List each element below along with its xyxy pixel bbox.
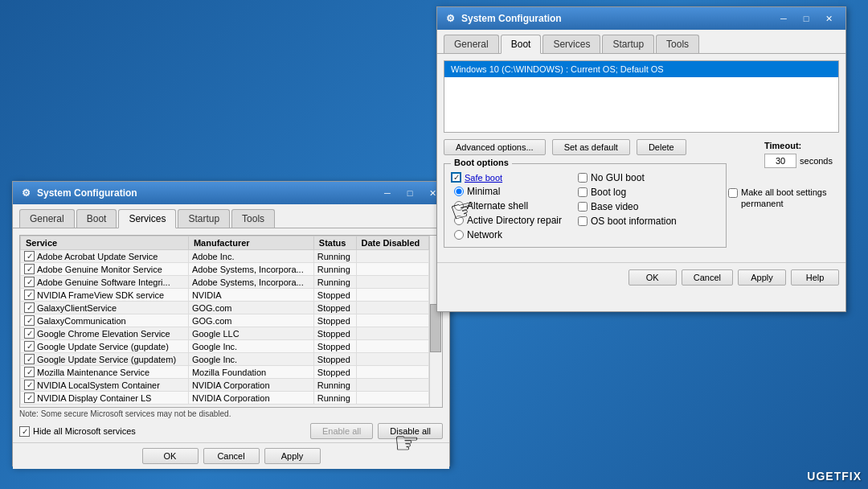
- no-gui-checkbox[interactable]: [578, 173, 588, 183]
- tab-boot-2[interactable]: Boot: [501, 35, 542, 54]
- tab-boot-1[interactable]: Boot: [76, 209, 117, 228]
- make-permanent-checkbox[interactable]: [728, 188, 738, 198]
- os-boot-info-option[interactable]: OS boot information: [578, 216, 677, 227]
- boot-list[interactable]: Windows 10 (C:\WINDOWS) : Current OS; De…: [444, 60, 839, 133]
- status-cell: Stopped: [313, 327, 356, 340]
- service-name-cell: ✓GalaxyCommunication: [21, 314, 189, 327]
- titlebar-title: System Configuration: [37, 187, 137, 199]
- ad-repair-radio[interactable]: [454, 216, 464, 225]
- status-cell: Stopped: [313, 366, 356, 379]
- ok-button-1[interactable]: OK: [142, 448, 199, 464]
- maximize-button[interactable]: □: [399, 185, 420, 201]
- titlebar-icon-2: ⚙: [444, 12, 457, 25]
- cancel-button-2[interactable]: Cancel: [682, 269, 733, 286]
- maximize-button-2[interactable]: □: [796, 10, 817, 27]
- enable-all-button[interactable]: Enable all: [310, 423, 373, 439]
- window1-bottom-buttons: OK Cancel Apply: [13, 442, 449, 469]
- disable-all-button[interactable]: Disable all: [378, 423, 443, 439]
- advanced-options-button[interactable]: Advanced options...: [444, 139, 546, 155]
- ok-button-2[interactable]: OK: [628, 269, 677, 286]
- tab-startup-1[interactable]: Startup: [178, 209, 230, 228]
- cancel-button-1[interactable]: Cancel: [203, 448, 260, 464]
- make-permanent-section: Make all boot settings permanent: [728, 187, 833, 210]
- tab-tools-1[interactable]: Tools: [231, 209, 275, 228]
- date-cell: [356, 379, 428, 392]
- table-row[interactable]: ✓Google Update Service (gupdate)Google I…: [21, 340, 429, 353]
- window2-dialog-buttons: OK Cancel Apply Help: [437, 262, 845, 292]
- status-cell: Stopped: [313, 289, 356, 302]
- table-row[interactable]: ✓Mozilla Maintenance ServiceMozilla Foun…: [21, 366, 429, 379]
- ad-repair-option[interactable]: Active Directory repair: [451, 215, 562, 226]
- alternate-shell-label: Alternate shell: [467, 200, 528, 212]
- table-row[interactable]: ✓NVIDIA Display Container LSNVIDIA Corpo…: [21, 392, 429, 405]
- timeout-input[interactable]: [764, 154, 796, 168]
- boot-log-label: Boot log: [591, 187, 626, 198]
- safe-boot-checkbox[interactable]: ✓: [451, 172, 461, 183]
- titlebar-boot: ⚙ System Configuration ─ □ ✕: [437, 7, 845, 30]
- no-gui-label: No GUI boot: [591, 172, 645, 183]
- table-row[interactable]: ✓NVIDIA LocalSystem ContainerNVIDIA Corp…: [21, 379, 429, 392]
- service-name-cell: ✓Mozilla Maintenance Service: [21, 366, 189, 379]
- manufacturer-cell: Google Inc.: [188, 340, 313, 353]
- tab-services-2[interactable]: Services: [542, 35, 600, 53]
- date-cell: [356, 340, 428, 353]
- minimize-button-2[interactable]: ─: [773, 10, 794, 27]
- set-default-button[interactable]: Set as default: [552, 139, 630, 155]
- no-gui-option[interactable]: No GUI boot: [578, 172, 677, 183]
- boot-log-checkbox[interactable]: [578, 187, 588, 197]
- desktop: ⚙ System Configuration ─ □ ✕ General Boo…: [0, 0, 868, 489]
- table-row[interactable]: ✓Google Update Service (gupdatem)Google …: [21, 353, 429, 366]
- safe-boot-label: Safe boot: [465, 173, 502, 183]
- minimal-radio[interactable]: [454, 187, 464, 196]
- close-button-2[interactable]: ✕: [818, 10, 839, 27]
- base-video-option[interactable]: Base video: [578, 201, 677, 212]
- service-name-cell: ✓Adobe Genuine Software Integri...: [21, 276, 189, 289]
- tab-startup-2[interactable]: Startup: [602, 35, 654, 53]
- base-video-checkbox[interactable]: [578, 202, 588, 212]
- table-row[interactable]: ✓NVIDIA FrameView SDK serviceNVIDIAStopp…: [21, 289, 429, 302]
- table-row[interactable]: ✓Adobe Genuine Monitor ServiceAdobe Syst…: [21, 263, 429, 276]
- boot-log-option[interactable]: Boot log: [578, 187, 677, 198]
- minimal-option[interactable]: Minimal: [451, 186, 562, 197]
- table-row[interactable]: ✓Adobe Genuine Software Integri...Adobe …: [21, 276, 429, 289]
- date-cell: [356, 366, 428, 379]
- os-boot-info-checkbox[interactable]: [578, 216, 588, 226]
- col-date: Date Disabled: [356, 236, 428, 250]
- manufacturer-cell: Google Inc.: [188, 353, 313, 366]
- apply-button-1[interactable]: Apply: [264, 448, 321, 464]
- tabs-bar-services: General Boot Services Startup Tools: [13, 204, 449, 228]
- base-video-label: Base video: [591, 201, 638, 212]
- tab-general-1[interactable]: General: [19, 209, 75, 228]
- hide-ms-checkbox[interactable]: ✓: [19, 426, 30, 437]
- table-row[interactable]: ✓GalaxyCommunicationGOG.comStopped: [21, 314, 429, 327]
- minimal-label: Minimal: [467, 186, 500, 197]
- tab-tools-2[interactable]: Tools: [656, 35, 699, 53]
- tab-services-1[interactable]: Services: [118, 209, 176, 228]
- boot-entry[interactable]: Windows 10 (C:\WINDOWS) : Current OS; De…: [444, 61, 838, 77]
- status-cell: Running: [313, 276, 356, 289]
- network-radio[interactable]: [454, 230, 464, 240]
- tab-general-2[interactable]: General: [444, 35, 499, 53]
- make-permanent-option[interactable]: Make all boot settings permanent: [728, 187, 833, 210]
- safe-boot-option[interactable]: ✓ Safe boot: [451, 172, 562, 183]
- help-button[interactable]: Help: [791, 269, 839, 286]
- date-cell: [356, 289, 428, 302]
- table-row[interactable]: ✓GalaxyClientServiceGOG.comStopped: [21, 302, 429, 314]
- date-cell: [356, 392, 428, 405]
- date-cell: [356, 263, 428, 276]
- table-row[interactable]: ✓Google Chrome Elevation ServiceGoogle L…: [21, 327, 429, 340]
- alternate-shell-radio[interactable]: [454, 201, 464, 211]
- timeout-section: Timeout: seconds: [764, 141, 833, 168]
- manufacturer-cell: NVIDIA Corporation: [188, 392, 313, 405]
- network-option[interactable]: Network: [451, 229, 562, 240]
- date-cell: [356, 276, 428, 289]
- table-row[interactable]: ✓Adobe Acrobat Update ServiceAdobe Inc.R…: [21, 250, 429, 263]
- status-cell: Running: [313, 379, 356, 392]
- delete-button[interactable]: Delete: [637, 139, 686, 155]
- hide-ms-label[interactable]: ✓ Hide all Microsoft services: [19, 426, 136, 437]
- status-cell: Stopped: [313, 353, 356, 366]
- network-label: Network: [467, 229, 502, 240]
- apply-button-2[interactable]: Apply: [738, 269, 786, 286]
- alternate-shell-option[interactable]: Alternate shell: [451, 200, 562, 212]
- minimize-button[interactable]: ─: [377, 185, 398, 201]
